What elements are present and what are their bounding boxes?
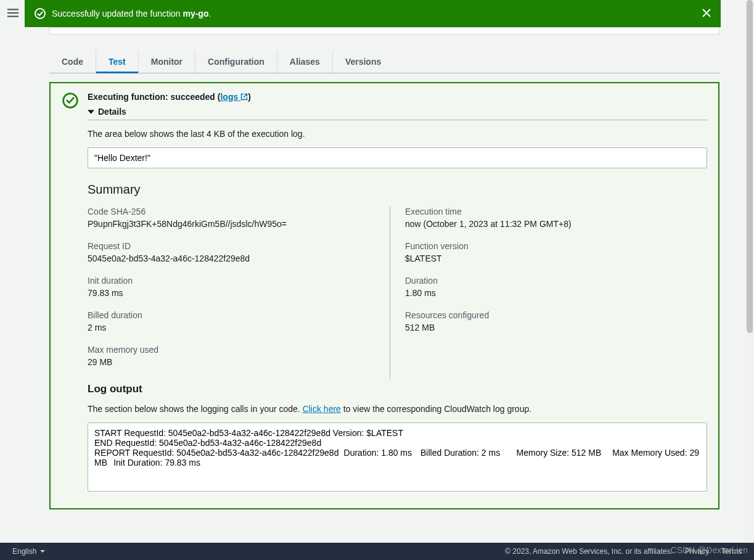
field-billed-duration: Billed duration 2 ms — [88, 310, 375, 332]
caret-down-icon — [88, 109, 94, 115]
details-label: Details — [98, 107, 126, 117]
exec-prefix: Executing function: succeeded ( — [88, 92, 220, 102]
footer-copyright: © 2023, Amazon Web Services, Inc. or its… — [505, 547, 673, 556]
execution-output[interactable] — [88, 147, 707, 168]
svg-rect-2 — [7, 16, 18, 17]
field-resources-configured: Resources configured 512 MB — [405, 310, 692, 332]
field-init-duration: Init duration 79.83 ms — [88, 276, 375, 298]
footer-privacy-link[interactable]: Privacy — [685, 547, 709, 556]
execution-status-line: Executing function: succeeded (logs ) — [88, 92, 707, 102]
success-check-icon — [35, 8, 46, 19]
caret-down-icon — [40, 549, 45, 554]
banner-function-name: my-go — [182, 9, 208, 19]
tab-configuration[interactable]: Configuration — [195, 51, 277, 73]
field-request-id: Request ID 5045e0a2-bd53-4a32-a46c-12842… — [88, 241, 375, 263]
tab-test[interactable]: Test — [96, 51, 139, 73]
footer-terms-link[interactable]: Terms — [721, 547, 742, 556]
field-code-sha256: Code SHA-256 P9upnFkgj3t3FK+58Ndg46rkiGm… — [88, 207, 375, 229]
summary-grid: Code SHA-256 P9upnFkgj3t3FK+58Ndg46rkiGm… — [88, 207, 707, 379]
field-function-version: Function version $LATEST — [405, 241, 692, 263]
tab-monitor[interactable]: Monitor — [139, 51, 195, 73]
field-execution-time: Execution time now (October 1, 2023 at 1… — [405, 207, 692, 229]
svg-rect-0 — [7, 9, 18, 10]
summary-left-col: Code SHA-256 P9upnFkgj3t3FK+58Ndg46rkiGm… — [88, 207, 390, 379]
summary-right-col: Execution time now (October 1, 2023 at 1… — [390, 207, 707, 379]
success-banner: Successfully updated the function my-go. — [25, 0, 721, 27]
tabs-bar: Code Test Monitor Configuration Aliases … — [49, 51, 719, 73]
tab-versions[interactable]: Versions — [333, 51, 393, 73]
svg-rect-1 — [7, 12, 18, 14]
execution-result: Executing function: succeeded (logs ) De… — [49, 82, 719, 509]
details-toggle[interactable]: Details — [88, 107, 126, 117]
log-output-note: The section below shows the logging call… — [88, 404, 707, 414]
log-output-box[interactable] — [88, 422, 707, 492]
close-icon — [702, 9, 711, 17]
external-link-icon — [240, 93, 248, 101]
footer-bar: English © 2023, Amazon Web Services, Inc… — [0, 543, 754, 560]
click-here-link[interactable]: Click here — [303, 404, 341, 414]
field-duration: Duration 1.80 ms — [405, 276, 692, 298]
function-panel-tail — [49, 27, 719, 35]
logs-link[interactable]: logs — [220, 92, 248, 102]
exec-suffix: ) — [248, 92, 251, 102]
vertical-scrollbar[interactable] — [745, 0, 754, 543]
scroll-thumb[interactable] — [747, 0, 753, 333]
banner-prefix: Successfully updated the function — [52, 9, 182, 19]
log-note: The area below shows the last 4 KB of th… — [88, 129, 707, 139]
language-selector[interactable]: English — [12, 547, 45, 556]
summary-heading: Summary — [88, 183, 707, 197]
page-container: Code Test Monitor Configuration Aliases … — [25, 0, 744, 543]
content-area: Code Test Monitor Configuration Aliases … — [49, 0, 719, 509]
field-max-memory-used: Max memory used 29 MB — [88, 345, 375, 367]
log-output-heading: Log output — [88, 383, 707, 395]
menu-icon[interactable] — [7, 7, 18, 20]
banner-close-button[interactable] — [702, 9, 711, 19]
success-icon — [62, 92, 79, 493]
banner-period: . — [208, 9, 211, 19]
details-divider — [88, 120, 707, 120]
tab-aliases[interactable]: Aliases — [277, 51, 333, 73]
tab-code[interactable]: Code — [49, 51, 96, 73]
